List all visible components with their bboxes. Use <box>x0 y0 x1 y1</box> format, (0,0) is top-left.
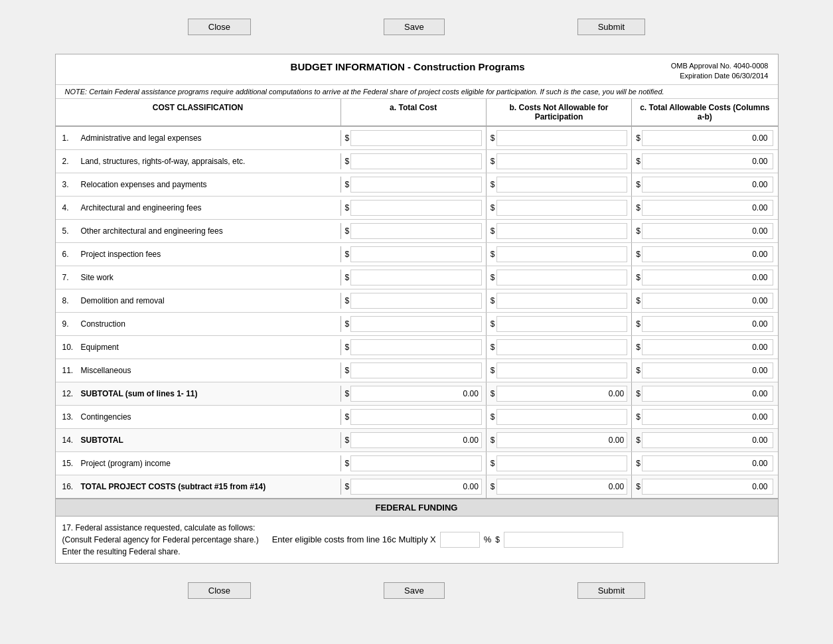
row-16-col-c: $ <box>632 475 777 498</box>
row-11-col-a-input[interactable] <box>350 362 482 378</box>
row-16-col-b-input[interactable] <box>496 479 628 495</box>
row-6-col-a: $ <box>341 243 487 266</box>
row-8-col-c-input[interactable] <box>642 293 774 309</box>
row-12-col-b-input[interactable] <box>496 386 628 402</box>
row-13-col-b-input[interactable] <box>496 409 628 425</box>
row-2-col-b: $ <box>487 150 632 173</box>
row-1-col-b-input[interactable] <box>496 130 628 146</box>
row-11-col-c: $ <box>632 359 777 382</box>
row-9-col-c-input[interactable] <box>642 316 774 332</box>
row-7-col-b-input[interactable] <box>496 270 628 285</box>
row-14-col-b-input[interactable] <box>496 432 628 448</box>
row-16-col-a-input[interactable] <box>350 479 482 495</box>
row-16-col-c-input[interactable] <box>642 479 774 495</box>
row-12-col-c-input[interactable] <box>642 386 774 402</box>
save-button-bottom[interactable]: Save <box>384 582 445 599</box>
submit-button-bottom[interactable]: Submit <box>577 582 645 599</box>
col-header-classification: COST CLASSIFICATION <box>56 99 341 125</box>
close-button-top[interactable]: Close <box>188 19 251 35</box>
line17-row: 17. Federal assistance requested, calcul… <box>56 517 778 563</box>
row-7-col-c-input[interactable] <box>642 270 774 285</box>
row-2-col-b-input[interactable] <box>496 153 628 169</box>
row-4-col-b-input[interactable] <box>496 200 628 216</box>
row-14-col-c-input[interactable] <box>642 432 774 448</box>
row-7-col-b: $ <box>487 266 632 289</box>
percent-sign: % <box>484 534 492 544</box>
row-9-col-b-input[interactable] <box>496 316 628 332</box>
row-5-col-a-input[interactable] <box>350 223 482 239</box>
row-7-col-a-input[interactable] <box>350 270 482 285</box>
row-5-col-b-input[interactable] <box>496 223 628 239</box>
row-15-col-a-input[interactable] <box>350 455 482 471</box>
row-8-col-b-input[interactable] <box>496 293 628 309</box>
row-3-col-c-input[interactable] <box>642 177 774 193</box>
row-15-col-b-input[interactable] <box>496 455 628 471</box>
row-5-label: 5. Other architectural and engineering f… <box>56 223 341 239</box>
row-4-col-c-input[interactable] <box>642 200 774 216</box>
row-1: 1. Administrative and legal expenses $ $… <box>56 127 778 150</box>
row-10-col-c-input[interactable] <box>642 339 774 355</box>
submit-button-top[interactable]: Submit <box>577 19 645 35</box>
row-8: 8. Demolition and removal $ $ $ <box>56 289 778 313</box>
row-8-col-a-input[interactable] <box>350 293 482 309</box>
line17-result: $ <box>495 532 623 548</box>
row-1-col-c: $ <box>632 127 777 149</box>
row-12-col-a-input[interactable] <box>350 386 482 402</box>
row-9-col-a-input[interactable] <box>350 316 482 332</box>
row-5-col-c: $ <box>632 220 777 242</box>
row-14-label: 14. SUBTOTAL <box>56 432 341 448</box>
row-4-col-c: $ <box>632 197 777 219</box>
row-6-col-b-input[interactable] <box>496 246 628 262</box>
col-header-not-allowable: b. Costs Not Allowable for Participation <box>487 99 632 125</box>
row-15-col-c-input[interactable] <box>642 455 774 471</box>
row-7-label: 7. Site work <box>56 270 341 285</box>
row-7-col-c: $ <box>632 266 777 289</box>
row-6: 6. Project inspection fees $ $ $ <box>56 243 778 266</box>
line17-percent-input[interactable] <box>440 532 480 548</box>
row-2-col-c-input[interactable] <box>642 153 774 169</box>
row-13-col-a-input[interactable] <box>350 409 482 425</box>
row-3: 3. Relocation expenses and payments $ $ … <box>56 173 778 197</box>
row-10-col-a-input[interactable] <box>350 339 482 355</box>
row-5-col-a: $ <box>341 220 487 242</box>
row-4-col-b: $ <box>487 197 632 219</box>
row-16-col-a: $ <box>341 475 487 498</box>
row-16-label: 16. TOTAL PROJECT COSTS (subtract #15 fr… <box>56 479 341 495</box>
row-13-col-c-input[interactable] <box>642 409 774 425</box>
row-1-col-c-input[interactable] <box>642 130 774 146</box>
row-12-col-c: $ <box>632 382 777 405</box>
close-button-bottom[interactable]: Close <box>188 582 251 599</box>
row-14-col-a-input[interactable] <box>350 432 482 448</box>
col-header-allowable: c. Total Allowable Costs (Columns a-b) <box>632 99 777 125</box>
row-2-col-c: $ <box>632 150 777 173</box>
save-button-top[interactable]: Save <box>384 19 445 35</box>
row-2-col-a: $ <box>341 150 487 173</box>
row-10-col-c: $ <box>632 336 777 359</box>
row-7-col-a: $ <box>341 266 487 289</box>
line17-dollar-input[interactable] <box>504 532 623 548</box>
row-4-col-a-input[interactable] <box>350 200 482 216</box>
row-8-col-c: $ <box>632 289 777 312</box>
row-3-col-b-input[interactable] <box>496 177 628 193</box>
row-4: 4. Architectural and engineering fees $ … <box>56 197 778 220</box>
federal-funding-header: FEDERAL FUNDING <box>56 499 778 517</box>
row-3-col-a-input[interactable] <box>350 177 482 193</box>
row-1-col-a-input[interactable] <box>350 130 482 146</box>
row-13-label: 13. Contingencies <box>56 409 341 425</box>
row-6-col-b: $ <box>487 243 632 266</box>
row-6-col-a-input[interactable] <box>350 246 482 262</box>
row-8-label: 8. Demolition and removal <box>56 293 341 309</box>
row-14-col-a: $ <box>341 429 487 451</box>
row-10-col-b-input[interactable] <box>496 339 628 355</box>
row-5-col-c-input[interactable] <box>642 223 774 239</box>
rows-container: 1. Administrative and legal expenses $ $… <box>56 127 778 382</box>
line17-inputs: Enter eligible costs from line 16c Multi… <box>272 532 771 548</box>
row-14-col-b: $ <box>487 429 632 451</box>
form-container: BUDGET INFORMATION - Construction Progra… <box>55 54 779 564</box>
row-12-col-b: $ <box>487 382 632 405</box>
row-2-col-a-input[interactable] <box>350 153 482 169</box>
row-6-col-c-input[interactable] <box>642 246 774 262</box>
row-11-col-b-input[interactable] <box>496 362 628 378</box>
row-11-col-c-input[interactable] <box>642 362 774 378</box>
row-6-label: 6. Project inspection fees <box>56 246 341 262</box>
